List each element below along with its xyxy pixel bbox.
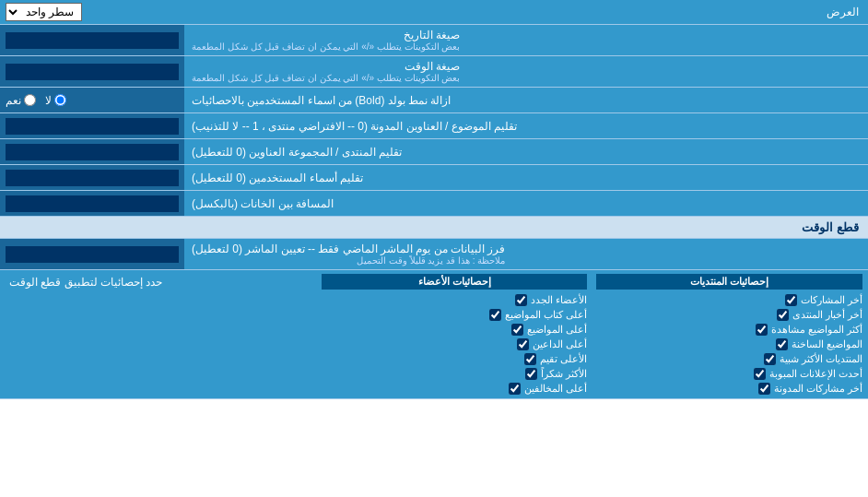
display-select-cell[interactable]: سطر واحد سطرين ثلاثة أسطر bbox=[0, 0, 184, 24]
check-input-1[interactable] bbox=[785, 294, 797, 306]
check-item-6[interactable]: أحدث الإعلانات المبوبة bbox=[596, 368, 862, 380]
check-label-7: أخر مشاركات المدونة bbox=[774, 383, 862, 395]
date-format-main-label: صيغة التاريخ bbox=[192, 29, 460, 41]
forum-stats-header: إحصائيات المنتديات bbox=[596, 274, 862, 290]
date-format-label-cell: صيغة التاريخ بعض التكوينات يتطلب «/» الت… bbox=[184, 25, 868, 55]
bold-yes-radio[interactable] bbox=[24, 94, 36, 106]
check-input-m7[interactable] bbox=[509, 383, 521, 395]
date-format-sublabel: بعض التكوينات يتطلب «/» التي يمكن ان تضا… bbox=[192, 41, 460, 52]
check-label-1: أخر المشاركات bbox=[801, 294, 862, 306]
check-item-m1[interactable]: الأعضاء الجدد bbox=[322, 294, 588, 306]
date-format-input[interactable]: d-m bbox=[6, 32, 179, 49]
topic-title-input[interactable]: 33 bbox=[6, 118, 179, 135]
gap-input[interactable]: 2 bbox=[6, 195, 179, 212]
topic-title-label: تقليم الموضوع / العناوين المدونة (0 -- ا… bbox=[184, 113, 868, 138]
check-item-4[interactable]: المواضيع الساخنة bbox=[596, 338, 862, 350]
check-item-7[interactable]: أخر مشاركات المدونة bbox=[596, 383, 862, 395]
gap-label: المسافة بين الخانات (بالبكسل) bbox=[184, 191, 868, 216]
check-input-m2[interactable] bbox=[489, 309, 501, 321]
cutoff-input[interactable]: 0 bbox=[6, 246, 179, 263]
check-item-2[interactable]: أخر أخبار المنتدى bbox=[596, 309, 862, 321]
check-item-m5[interactable]: الأعلى تقيم bbox=[322, 353, 588, 365]
topic-title-input-cell[interactable]: 33 bbox=[0, 113, 184, 138]
checkboxes-area: إحصائيات المنتديات أخر المشاركات أخر أخب… bbox=[316, 270, 868, 398]
display-row: سطر واحد سطرين ثلاثة أسطر العرض bbox=[0, 0, 868, 25]
bold-no-text: لا bbox=[45, 94, 52, 107]
trim-users-label: تقليم أسماء المستخدمين (0 للتعطيل) bbox=[184, 165, 868, 190]
check-label-m5: الأعلى تقيم bbox=[540, 353, 587, 365]
time-format-label-cell: صيغة الوقت بعض التكوينات يتطلب «/» التي … bbox=[184, 56, 868, 87]
bold-label-cell: ازالة نمط بولد (Bold) من اسماء المستخدمي… bbox=[184, 88, 868, 112]
trim-users-row: 0 تقليم أسماء المستخدمين (0 للتعطيل) bbox=[0, 165, 868, 191]
check-label-2: أخر أخبار المنتدى bbox=[792, 309, 862, 321]
trim-users-input-cell[interactable]: 0 bbox=[0, 165, 184, 190]
time-format-input[interactable]: H:i bbox=[6, 64, 179, 80]
check-item-m6[interactable]: الأكثر شكراً bbox=[322, 368, 588, 380]
check-item-1[interactable]: أخر المشاركات bbox=[596, 294, 862, 306]
cutoff-main-label: فرز البيانات من يوم الماشر الماضي فقط --… bbox=[192, 243, 505, 255]
check-item-m3[interactable]: أعلى المواضيع bbox=[322, 324, 588, 336]
check-input-2[interactable] bbox=[777, 309, 789, 321]
bold-radio-cell[interactable]: لا نعم bbox=[0, 88, 184, 112]
check-input-3[interactable] bbox=[756, 324, 768, 336]
check-input-5[interactable] bbox=[764, 353, 776, 365]
forum-align-row: 33 تقليم المنتدى / المجموعة العناوين (0 … bbox=[0, 139, 868, 165]
check-label-4: المواضيع الساخنة bbox=[792, 338, 862, 350]
time-format-main-label: صيغة الوقت bbox=[192, 60, 460, 73]
check-input-m6[interactable] bbox=[525, 368, 537, 380]
check-item-m7[interactable]: أعلى المخالفين bbox=[322, 383, 588, 395]
date-format-input-cell[interactable]: d-m bbox=[0, 25, 184, 55]
check-input-6[interactable] bbox=[754, 368, 766, 380]
bold-no-radio[interactable] bbox=[54, 94, 66, 106]
display-select[interactable]: سطر واحد سطرين ثلاثة أسطر bbox=[6, 3, 82, 21]
cutoff-row: 0 فرز البيانات من يوم الماشر الماضي فقط … bbox=[0, 239, 868, 270]
bold-row: لا نعم ازالة نمط بولد (Bold) من اسماء ال… bbox=[0, 88, 868, 113]
time-format-sublabel: بعض التكوينات يتطلب «/» التي يمكن ان تضا… bbox=[192, 73, 460, 83]
check-input-m5[interactable] bbox=[524, 353, 536, 365]
time-format-row: H:i صيغة الوقت بعض التكوينات يتطلب «/» ا… bbox=[0, 56, 868, 88]
cutoff-sublabel: ملاحظة : هذا قد يزيد قليلاً وقت التحميل bbox=[192, 255, 505, 266]
forum-align-input-cell[interactable]: 33 bbox=[0, 139, 184, 164]
check-label-m7: أعلى المخالفين bbox=[524, 383, 587, 395]
check-label-5: المنتديات الأكثر شبية bbox=[780, 353, 862, 365]
forum-align-label: تقليم المنتدى / المجموعة العناوين (0 للت… bbox=[184, 139, 868, 164]
date-format-row: d-m صيغة التاريخ بعض التكوينات يتطلب «/»… bbox=[0, 25, 868, 56]
member-stats-col: إحصائيات الأعضاء الأعضاء الجدد أعلى كتاب… bbox=[322, 274, 588, 395]
forum-align-input[interactable]: 33 bbox=[6, 144, 179, 160]
check-input-m1[interactable] bbox=[515, 294, 527, 306]
check-label-m6: الأكثر شكراً bbox=[541, 368, 587, 380]
display-label: العرض bbox=[184, 2, 868, 22]
cutoff-input-cell[interactable]: 0 bbox=[0, 239, 184, 269]
bold-yes-text: نعم bbox=[6, 94, 21, 107]
check-input-7[interactable] bbox=[758, 383, 770, 395]
check-item-3[interactable]: أكثر المواضيع مشاهدة bbox=[596, 324, 862, 336]
check-item-m4[interactable]: أعلى الداعين bbox=[322, 338, 588, 350]
cutoff-label-cell: فرز البيانات من يوم الماشر الماضي فقط --… bbox=[184, 239, 868, 269]
check-label-m4: أعلى الداعين bbox=[533, 338, 587, 350]
forum-stats-col: إحصائيات المنتديات أخر المشاركات أخر أخب… bbox=[596, 274, 862, 395]
check-input-m3[interactable] bbox=[511, 324, 523, 336]
check-label-m1: الأعضاء الجدد bbox=[531, 294, 587, 306]
stats-apply-row: حدد إحصائيات لتطبيق قطع الوقت إحصائيات ا… bbox=[0, 270, 868, 399]
check-input-m4[interactable] bbox=[517, 338, 529, 350]
cutoff-header: قطع الوقت bbox=[0, 217, 868, 239]
gap-row: 2 المسافة بين الخانات (بالبكسل) bbox=[0, 191, 868, 217]
stats-apply-label: حدد إحصائيات لتطبيق قطع الوقت bbox=[0, 270, 316, 398]
check-label-m3: أعلى المواضيع bbox=[527, 324, 587, 336]
check-item-5[interactable]: المنتديات الأكثر شبية bbox=[596, 353, 862, 365]
trim-users-input[interactable]: 0 bbox=[6, 170, 179, 186]
check-label-m2: أعلى كتاب المواضيع bbox=[505, 309, 587, 321]
check-label-3: أكثر المواضيع مشاهدة bbox=[771, 324, 862, 336]
check-input-4[interactable] bbox=[776, 338, 788, 350]
check-label-6: أحدث الإعلانات المبوبة bbox=[769, 368, 862, 380]
member-stats-header: إحصائيات الأعضاء bbox=[322, 274, 588, 290]
check-item-m2[interactable]: أعلى كتاب المواضيع bbox=[322, 309, 588, 321]
bold-no-label[interactable]: لا bbox=[45, 94, 66, 107]
time-format-input-cell[interactable]: H:i bbox=[0, 56, 184, 87]
bold-yes-label[interactable]: نعم bbox=[6, 94, 36, 107]
gap-input-cell[interactable]: 2 bbox=[0, 191, 184, 216]
topic-title-row: 33 تقليم الموضوع / العناوين المدونة (0 -… bbox=[0, 113, 868, 139]
